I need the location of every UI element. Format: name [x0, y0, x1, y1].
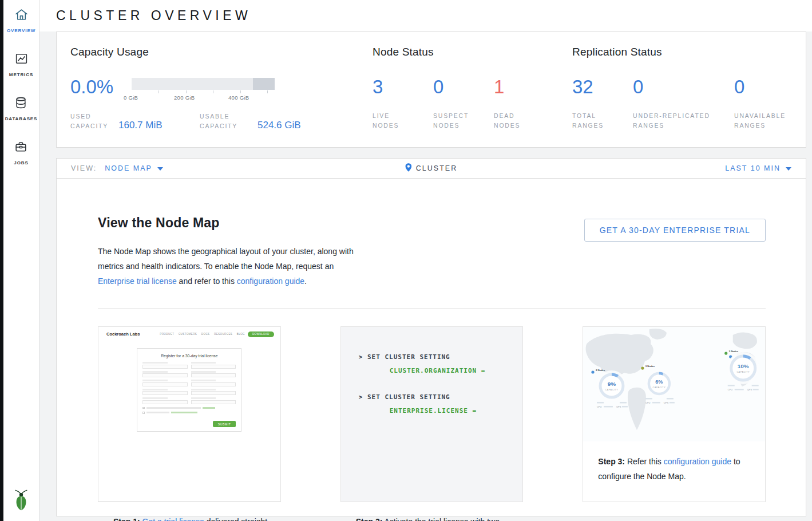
sidebar-item-label: JOBS [14, 160, 28, 165]
usable-capacity-label: USABLE CAPACITY [200, 112, 258, 132]
code-line: > SET CLUSTER SETTING [359, 393, 512, 402]
code-line: ENTERPRISE.LICENSE = [390, 406, 512, 416]
unavailable-ranges-stat: 0 UNAVAILABLE RANGES [734, 77, 795, 131]
main-area: CLUSTER OVERVIEW Capacity Usage 0.0% [39, 0, 812, 521]
usable-capacity-value: 524.6 GiB [258, 120, 301, 132]
jobs-icon [14, 140, 28, 156]
section-title: Replication Status [572, 46, 795, 58]
svg-text:CPU: CPU [645, 401, 651, 404]
gauge-percent: 6% [656, 379, 663, 385]
live-nodes-stat: 3 LIVE NODES [373, 77, 433, 131]
node-map-description: The Node Map shows the geographical layo… [98, 244, 367, 289]
view-dropdown[interactable]: NODE MAP [105, 164, 163, 172]
step2-caption: Step 2: Activate the trial license with … [341, 502, 523, 521]
section-title: Capacity Usage [70, 46, 301, 58]
dead-nodes-stat: 1 DEAD NODES [494, 77, 554, 131]
stat-value: 3 [373, 77, 433, 97]
sidebar: OVERVIEW METRICS DATABASES JOBS [3, 0, 39, 521]
stat-label: DEAD NODES [494, 111, 530, 131]
summary-card: Capacity Usage 0.0% 0 GiB [56, 31, 806, 148]
total-ranges-stat: 32 TOTAL RANGES [572, 77, 633, 131]
step3-map-preview: 2 Nodes 3 Nodes 3 Nodes 9% [583, 327, 765, 441]
step1-caption: Step 1: Get a trial license delivered st… [98, 502, 280, 521]
metrics-icon [14, 52, 29, 68]
cockroach-logo [13, 489, 30, 513]
gauge-tick-label: 400 GiB [228, 94, 249, 101]
trial-registration-form: Register for a 30-day trial license [137, 348, 241, 432]
sidebar-item-overview[interactable]: OVERVIEW [7, 7, 35, 33]
stat-label: LIVE NODES [373, 111, 409, 131]
form-submit-button: SUBMIT [213, 421, 236, 427]
svg-text:QPS: QPS [664, 401, 669, 404]
replication-section: Replication Status 32 TOTAL RANGES 0 UND… [572, 46, 795, 131]
stat-value: 0 [433, 77, 494, 97]
form-fields [142, 362, 236, 404]
stat-label: UNAVAILABLE RANGES [734, 111, 791, 131]
stat-value: 32 [572, 77, 633, 97]
enterprise-trial-button[interactable]: GET A 30-DAY ENTERPRISE TRIAL [584, 219, 766, 242]
gauge-tick-label: 200 GiB [174, 94, 195, 101]
sidebar-item-databases[interactable]: DATABASES [5, 96, 38, 121]
gauge-percent: 10% [738, 363, 749, 369]
qps-label: QPS [616, 405, 621, 408]
view-label: VIEW: [71, 164, 97, 172]
thumb-nav: PRODUCT CUSTOMERS DOCS RESOURCES BLOG [160, 333, 245, 336]
chevron-down-icon [786, 164, 791, 172]
divider [98, 308, 766, 309]
enterprise-trial-link[interactable]: Enterprise trial license [98, 277, 177, 286]
gauge-label: CAPACITY [737, 371, 750, 373]
step2-card: > SET CLUSTER SETTING CLUSTER.ORGANIZATI… [340, 326, 524, 502]
stat-label: SUSPECT NODES [433, 111, 470, 131]
node-map-title: View the Node Map [98, 215, 367, 231]
thumb-brand: Cockroach Labs [105, 331, 140, 337]
breadcrumb: CLUSTER [416, 164, 457, 172]
gauge-usable-segment [253, 78, 275, 90]
app-window: OVERVIEW METRICS DATABASES JOBS [0, 0, 812, 521]
locality-label: 3 Nodes [729, 350, 739, 353]
form-checkbox-row [142, 407, 236, 409]
under-replicated-ranges-stat: 0 UNDER-REPLICATED RANGES [633, 77, 734, 131]
sidebar-item-label: METRICS [9, 72, 33, 77]
time-range-dropdown[interactable]: LAST 10 MIN [725, 164, 791, 172]
location-pin-icon [405, 163, 411, 173]
sidebar-item-label: OVERVIEW [7, 28, 35, 33]
step2-code: > SET CLUSTER SETTING CLUSTER.ORGANIZATI… [341, 327, 523, 502]
configuration-guide-link[interactable]: configuration guide [237, 277, 304, 286]
view-bar: VIEW: NODE MAP CLUSTER LAST 10 MIN [56, 158, 806, 179]
node-status-section: Node Status 3 LIVE NODES 0 SUSPECT NODES… [373, 46, 554, 131]
page-title: CLUSTER OVERVIEW [56, 8, 251, 23]
gauge-percent: 9% [608, 381, 616, 387]
form-title: Register for a 30-day trial license [142, 354, 236, 358]
step3-caption: Step 3: Refer this configuration guide t… [583, 441, 765, 484]
step1-card: Cockroach Labs PRODUCT CUSTOMERS DOCS RE… [98, 326, 281, 502]
configuration-guide-link[interactable]: configuration guide [664, 457, 731, 466]
stat-value: 1 [494, 77, 554, 97]
database-icon [14, 96, 28, 112]
capacity-section: Capacity Usage 0.0% 0 GiB [70, 46, 301, 132]
svg-text:QPS: QPS [747, 388, 752, 391]
trial-license-link[interactable]: Get a trial license [142, 517, 204, 521]
section-title: Node Status [373, 46, 554, 58]
capacity-gauge: 0 GiB 200 GiB 400 GiB [132, 78, 275, 100]
sidebar-item-jobs[interactable]: JOBS [14, 140, 28, 165]
gauge-label: CAPACITY [653, 386, 666, 389]
stat-label: TOTAL RANGES [572, 111, 629, 131]
step1-thumbnail: Cockroach Labs PRODUCT CUSTOMERS DOCS RE… [98, 327, 280, 502]
capacity-percent: 0.0% [70, 77, 132, 100]
thumb-download-button: DOWNLOAD [248, 331, 274, 337]
chevron-down-icon [157, 164, 163, 172]
node-map-panel: View the Node Map The Node Map shows the… [56, 179, 806, 516]
gauge-label: CAPACITY [605, 389, 619, 391]
used-capacity-label: USED CAPACITY [70, 112, 118, 132]
locality-label: 2 Nodes [596, 369, 605, 372]
suspect-nodes-stat: 0 SUSPECT NODES [433, 77, 494, 131]
code-line: > SET CLUSTER SETTING [359, 353, 512, 362]
sidebar-item-metrics[interactable]: METRICS [9, 52, 33, 77]
gauge-tick-label: 0 GiB [124, 94, 138, 101]
locality-label: 3 Nodes [645, 365, 655, 368]
sidebar-item-label: DATABASES [5, 116, 38, 121]
home-icon [14, 7, 29, 24]
stat-value: 0 [633, 77, 734, 97]
stat-value: 0 [734, 77, 795, 97]
code-line: CLUSTER.ORGANIZATION = [390, 366, 512, 376]
